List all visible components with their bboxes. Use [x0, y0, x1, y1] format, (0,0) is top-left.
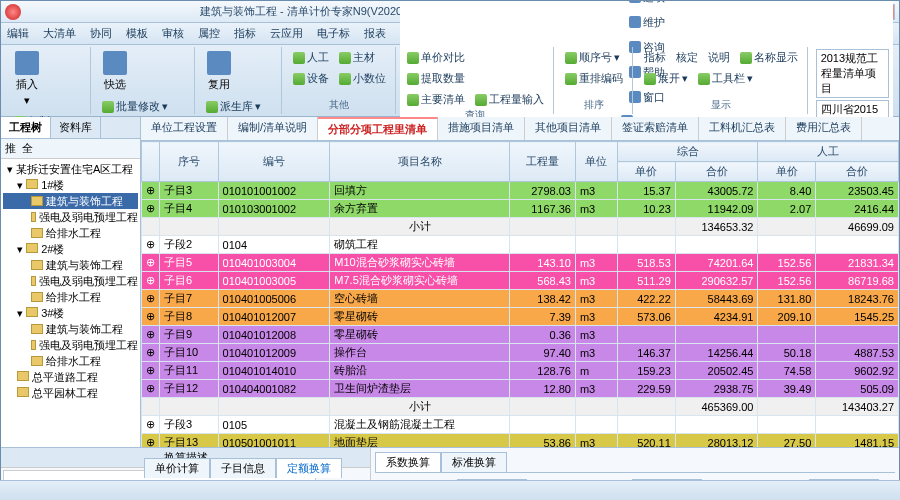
table-row[interactable]: 小计134653.3246699.09 — [142, 218, 899, 236]
col-unit[interactable]: 单位 — [575, 142, 617, 182]
menu-cloud[interactable]: 云应用 — [270, 26, 303, 41]
col-seq[interactable]: 序号 — [160, 142, 219, 182]
menu-collab[interactable]: 协同 — [90, 26, 112, 41]
project-tree[interactable]: ▾ 某拆迁安置住宅A区工程 ▾ 1#楼 建筑与装饰工程 强电及弱电预埋工程 给排… — [1, 159, 140, 447]
mainlist-button[interactable]: 主要清单 — [404, 91, 468, 108]
tab-other-list[interactable]: 其他项目清单 — [525, 117, 612, 140]
tab-unit-settings[interactable]: 单位工程设置 — [141, 117, 228, 140]
approve-button[interactable]: 核定 — [673, 49, 701, 66]
col-name[interactable]: 项目名称 — [330, 142, 510, 182]
spec-combo[interactable]: 2013规范工程量清单项目 — [816, 49, 889, 98]
table-row[interactable]: ⊕子段30105混凝土及钢筋混凝土工程 — [142, 416, 899, 434]
reuse-button[interactable]: 复用 — [203, 49, 235, 94]
tree-root[interactable]: ▾ 某拆迁安置住宅A区工程 — [3, 161, 138, 177]
equip-button[interactable]: 设备 — [290, 70, 332, 87]
plus-icon — [15, 51, 39, 75]
tree-building-1[interactable]: ▾ 1#楼 — [3, 177, 138, 193]
tab-resource-lib[interactable]: 资料库 — [51, 117, 101, 138]
btab-price-calc[interactable]: 单价计算 — [144, 458, 210, 478]
menu-report[interactable]: 报表 — [364, 26, 386, 41]
batch-button[interactable]: 批量修改▾ — [99, 98, 171, 115]
tab-std-conv[interactable]: 标准换算 — [441, 452, 507, 472]
index-button[interactable]: 指标 — [641, 49, 669, 66]
tree-site-road[interactable]: 总平道路工程 — [3, 369, 138, 385]
table-row[interactable]: ⊕子目11010401014010砖胎沿128.76m159.2320502.4… — [142, 362, 899, 380]
table-row[interactable]: ⊕子目10010401012009操作台97.40m3146.3714256.4… — [142, 344, 899, 362]
tab-compile-desc[interactable]: 编制/清单说明 — [228, 117, 318, 140]
table-row[interactable]: ⊕子目8010401012007零星砌砖7.39m3573.064234.912… — [142, 308, 899, 326]
decimal-button[interactable]: 小数位 — [336, 70, 389, 87]
tab-visa-list[interactable]: 签证索赔清单 — [612, 117, 699, 140]
tab-measure-list[interactable]: 措施项目清单 — [438, 117, 525, 140]
col-labor[interactable]: 人工 — [758, 142, 899, 162]
link-maint[interactable]: 维护 — [629, 15, 665, 30]
wrench-icon — [629, 16, 641, 28]
status-bar — [0, 480, 900, 500]
labor-button[interactable]: 人工 — [290, 49, 332, 66]
tree-filter-all[interactable]: 全 — [22, 141, 33, 156]
table-row[interactable]: ⊕子目3010101001002回填方2798.03m315.3743005.7… — [142, 182, 899, 200]
seq-button[interactable]: 顺序号▾ — [562, 49, 626, 66]
table-row[interactable]: ⊕子目13010501001011地面垫层53.86m3520.1128013.… — [142, 434, 899, 448]
tree-item-plumb[interactable]: 给排水工程 — [3, 225, 138, 241]
col-qty[interactable]: 工程量 — [509, 142, 575, 182]
table-row[interactable]: ⊕子段20104砌筑工程 — [142, 236, 899, 254]
col-code[interactable]: 编号 — [218, 142, 330, 182]
menu-template[interactable]: 模板 — [126, 26, 148, 41]
extract-button[interactable]: 提取数量 — [404, 70, 547, 87]
folder-icon — [26, 179, 38, 189]
table-row[interactable]: ⊕子目6010401003005M7.5混合砂浆砌实心砖墙568.43m3511… — [142, 272, 899, 290]
toolbar-button[interactable]: 工具栏▾ — [695, 70, 756, 87]
qtyinput-button[interactable]: 工程量输入 — [472, 91, 547, 108]
table-row[interactable]: 小计465369.00143403.27 — [142, 398, 899, 416]
tree-building-3[interactable]: ▾ 3#楼 — [3, 305, 138, 321]
app-logo — [5, 4, 21, 20]
ribbon: 插入▾ 复制 剪切 粘贴▾ 整理▾ 编辑 快选 批量修改▾ 查补漏项 名称标记▾… — [1, 45, 899, 117]
menu-edit[interactable]: 编辑 — [7, 26, 29, 41]
mainmat-button[interactable]: 主材 — [336, 49, 378, 66]
gear-icon — [629, 0, 641, 3]
menu-index[interactable]: 指标 — [234, 26, 256, 41]
menu-ebid[interactable]: 电子标 — [317, 26, 350, 41]
menu-review[interactable]: 审核 — [162, 26, 184, 41]
btab-item-info[interactable]: 子目信息 — [210, 458, 276, 478]
resort-button[interactable]: 重排编码 — [562, 70, 626, 87]
doc-icon — [31, 196, 43, 206]
select-icon — [103, 51, 127, 75]
col-comp[interactable]: 综合 — [617, 142, 757, 162]
data-grid[interactable]: 序号 编号 项目名称 工程量 单位 综合 人工 单价合价 单价合价 ⊕子目301… — [141, 141, 899, 447]
table-row[interactable]: ⊕子目5010401003004M10混合砂浆砌实心砖墙143.10m3518.… — [142, 254, 899, 272]
namedisp-button[interactable]: 名称显示 — [737, 49, 801, 66]
menu-control[interactable]: 属控 — [198, 26, 220, 41]
tab-coef-conv[interactable]: 系数换算 — [375, 452, 441, 472]
expand-button[interactable]: 展开▾ — [641, 70, 691, 87]
btab-quota-conv[interactable]: 定额换算 — [276, 458, 342, 478]
tree-item-arch[interactable]: 建筑与装饰工程 — [3, 193, 138, 209]
table-row[interactable]: ⊕子目4010103001002余方弃置1167.36m310.2311942.… — [142, 200, 899, 218]
tree-building-2[interactable]: ▾ 2#楼 — [3, 241, 138, 257]
insert-button[interactable]: 插入▾ — [11, 49, 43, 109]
quicksel-button[interactable]: 快选 — [99, 49, 131, 94]
tab-material-sum[interactable]: 工料机汇总表 — [699, 117, 786, 140]
menu-biglist[interactable]: 大清单 — [43, 26, 76, 41]
tree-site-landscape[interactable]: 总平园林工程 — [3, 385, 138, 401]
derive-button[interactable]: 派生库▾ — [203, 98, 275, 115]
desc-button[interactable]: 说明 — [705, 49, 733, 66]
table-row[interactable]: ⊕子目7010401005006空心砖墙138.42m3422.2258443.… — [142, 290, 899, 308]
table-row[interactable]: ⊕子目9010401012008零星砌砖0.36m3 — [142, 326, 899, 344]
tab-subitem-list[interactable]: 分部分项工程里清单 — [318, 117, 438, 140]
tab-project-tree[interactable]: 工程树 — [1, 117, 51, 138]
tab-fee-sum[interactable]: 费用汇总表 — [786, 117, 862, 140]
table-row[interactable]: ⊕子目12010404001082卫生间炉渣垫层12.80m3229.59293… — [142, 380, 899, 398]
pricecmp-button[interactable]: 单价对比 — [404, 49, 547, 66]
link-options[interactable]: 选项 — [629, 0, 665, 5]
tree-filter-rec[interactable]: 推 — [5, 141, 16, 156]
tree-item-elec[interactable]: 强电及弱电预埋工程 — [3, 209, 138, 225]
menubar: 编辑 大清单 协同 模板 审核 属控 指标 云应用 电子标 报表 材价网 全过程… — [1, 23, 899, 45]
